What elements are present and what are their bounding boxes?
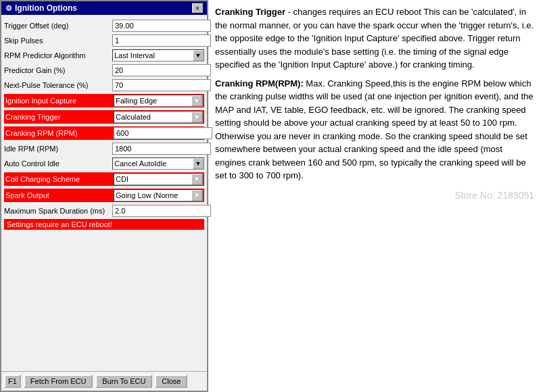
max-spark-row: Maximum Spark Duration (ms): [4, 204, 204, 218]
ignition-capture-row: Ignition Input Capture Falling Edge ▼: [4, 94, 204, 107]
auto-idle-dropdown-btn[interactable]: ▼: [193, 158, 204, 169]
coil-charging-row: Coil Charging Scheme CDI ▼: [4, 172, 204, 186]
fetch-from-ecu-button[interactable]: Fetch From ECU: [24, 374, 93, 388]
warning-message: Settings require an ECU reboot!: [4, 219, 204, 230]
cranking-rpm-input[interactable]: [114, 127, 212, 139]
predictor-gain-input[interactable]: [112, 64, 211, 76]
spark-output-select[interactable]: Going Low (Norme ▼: [114, 189, 203, 201]
rpm-predictor-dropdown-btn[interactable]: ▼: [193, 50, 204, 61]
coil-charging-label: Coil Charging Scheme: [5, 175, 114, 183]
cranking-rpm-row: Cranking RPM (RPM): [4, 126, 204, 140]
help-text: Cranking Trigger - changes requires an E…: [215, 5, 534, 182]
ignition-capture-dropdown-btn[interactable]: ▼: [191, 95, 202, 106]
skip-pulses-row: Skip Pulses: [4, 34, 204, 47]
cranking-rpm-title: Cranking RPM(RPM):: [215, 78, 304, 89]
rpm-predictor-row: RPM Predictor Algorithm Last Interval ▼: [4, 49, 204, 62]
idle-rpm-label: Idle RPM (RPM): [4, 145, 112, 153]
dialog-close-button[interactable]: ×: [192, 3, 203, 13]
next-pulse-label: Next-Pulse Tolerance (%): [4, 81, 112, 89]
skip-pulses-input[interactable]: [112, 34, 211, 47]
ignition-capture-select[interactable]: Falling Edge ▼: [114, 95, 203, 107]
spark-output-row: Spark Output Going Low (Norme ▼: [4, 189, 204, 202]
dialog-titlebar: ⚙ Ignition Options ×: [1, 1, 207, 15]
help-panel: Cranking Trigger - changes requires an E…: [208, 0, 541, 392]
trigger-offset-label: Trigger Offset (deg): [4, 22, 112, 30]
spark-output-value: Going Low (Norme: [114, 191, 191, 200]
max-spark-input[interactable]: [112, 205, 211, 217]
cranking-trigger-dropdown-btn[interactable]: ▼: [191, 112, 202, 122]
cranking-rpm-desc: Max. Cranking Speed,this is the engine R…: [215, 78, 533, 181]
close-button[interactable]: Close: [155, 374, 187, 388]
cranking-trigger-title: Cranking Trigger: [215, 7, 285, 17]
auto-idle-row: Auto Control Idle Cancel AutoIdle ▼: [4, 157, 204, 170]
cranking-trigger-row: Cranking Trigger Calculated ▼: [4, 110, 204, 124]
cranking-trigger-label: Cranking Trigger: [5, 113, 114, 121]
skip-pulses-label: Skip Pulses: [4, 36, 112, 45]
auto-idle-select[interactable]: Cancel AutoIdle ▼: [112, 157, 204, 170]
auto-idle-value: Cancel AutoIdle: [113, 159, 193, 168]
rpm-predictor-value: Last Interval: [113, 51, 193, 60]
next-pulse-input[interactable]: [112, 79, 211, 91]
spark-output-dropdown-btn[interactable]: ▼: [191, 190, 202, 201]
coil-charging-dropdown-btn[interactable]: ▼: [191, 174, 202, 185]
predictor-gain-row: Predictor Gain (%): [4, 64, 204, 77]
coil-charging-select[interactable]: CDI ▼: [114, 173, 203, 185]
cranking-trigger-select[interactable]: Calculated ▼: [114, 111, 203, 123]
coil-charging-value: CDI: [114, 174, 191, 184]
spark-output-label: Spark Output: [5, 191, 114, 199]
auto-idle-label: Auto Control Idle: [4, 160, 112, 168]
rpm-predictor-select[interactable]: Last Interval ▼: [112, 49, 204, 62]
dialog-footer: F1 Fetch From ECU Burn To ECU Close: [1, 371, 207, 391]
trigger-offset-row: Trigger Offset (deg): [4, 19, 204, 32]
trigger-offset-input[interactable]: [112, 20, 211, 32]
ignition-options-dialog: ⚙ Ignition Options × Trigger Offset (deg…: [0, 0, 208, 392]
cranking-trigger-value: Calculated: [114, 112, 191, 122]
cranking-trigger-help: Cranking Trigger - changes requires an E…: [215, 5, 534, 72]
ignition-capture-label: Ignition Input Capture: [5, 97, 114, 105]
idle-rpm-row: Idle RPM (RPM): [4, 142, 204, 155]
f1-button[interactable]: F1: [4, 374, 21, 388]
burn-to-ecu-button[interactable]: Burn To ECU: [95, 374, 152, 388]
predictor-gain-label: Predictor Gain (%): [4, 66, 112, 74]
max-spark-label: Maximum Spark Duration (ms): [4, 207, 112, 215]
ignition-capture-value: Falling Edge: [114, 96, 191, 105]
title-left: ⚙ Ignition Options: [5, 3, 77, 13]
next-pulse-row: Next-Pulse Tolerance (%): [4, 78, 204, 92]
dialog-icon: ⚙: [5, 4, 12, 13]
cranking-rpm-label: Cranking RPM (RPM): [5, 129, 114, 137]
cranking-rpm-help: Cranking RPM(RPM): Max. Cranking Speed,t…: [215, 77, 534, 182]
watermark: Store No: 2189051: [454, 189, 534, 203]
idle-rpm-input[interactable]: [112, 143, 211, 155]
dialog-body: Trigger Offset (deg) Skip Pulses RPM Pre…: [1, 15, 207, 371]
dialog-title: Ignition Options: [15, 3, 77, 13]
rpm-predictor-label: RPM Predictor Algorithm: [4, 51, 112, 59]
